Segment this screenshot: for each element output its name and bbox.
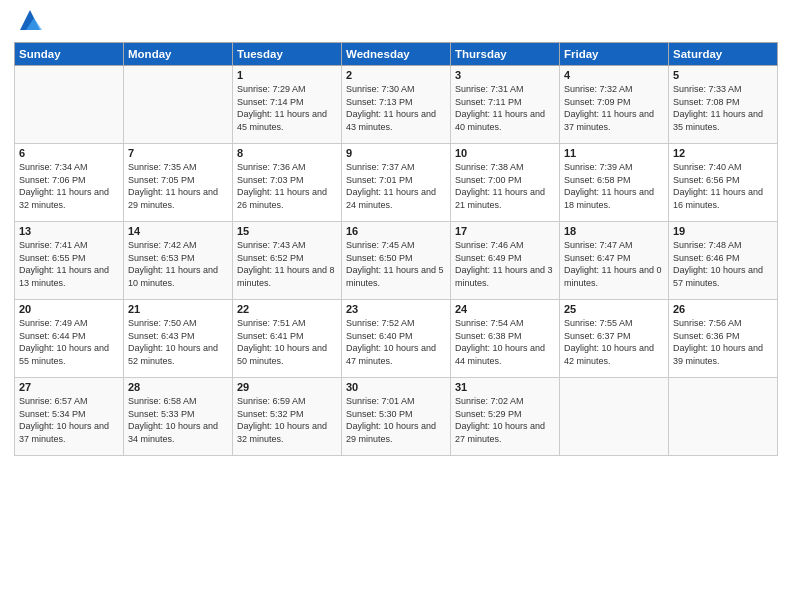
day-info: Sunrise: 7:48 AM Sunset: 6:46 PM Dayligh… bbox=[673, 239, 773, 289]
day-info: Sunrise: 7:01 AM Sunset: 5:30 PM Dayligh… bbox=[346, 395, 446, 445]
day-header-monday: Monday bbox=[124, 43, 233, 66]
day-info: Sunrise: 7:32 AM Sunset: 7:09 PM Dayligh… bbox=[564, 83, 664, 133]
day-cell: 17Sunrise: 7:46 AM Sunset: 6:49 PM Dayli… bbox=[451, 222, 560, 300]
day-info: Sunrise: 7:43 AM Sunset: 6:52 PM Dayligh… bbox=[237, 239, 337, 289]
day-info: Sunrise: 7:46 AM Sunset: 6:49 PM Dayligh… bbox=[455, 239, 555, 289]
day-info: Sunrise: 7:33 AM Sunset: 7:08 PM Dayligh… bbox=[673, 83, 773, 133]
day-info: Sunrise: 7:42 AM Sunset: 6:53 PM Dayligh… bbox=[128, 239, 228, 289]
day-number: 9 bbox=[346, 147, 446, 159]
day-number: 1 bbox=[237, 69, 337, 81]
day-number: 8 bbox=[237, 147, 337, 159]
day-number: 23 bbox=[346, 303, 446, 315]
day-number: 28 bbox=[128, 381, 228, 393]
day-header-friday: Friday bbox=[560, 43, 669, 66]
day-cell: 16Sunrise: 7:45 AM Sunset: 6:50 PM Dayli… bbox=[342, 222, 451, 300]
day-cell: 9Sunrise: 7:37 AM Sunset: 7:01 PM Daylig… bbox=[342, 144, 451, 222]
day-cell: 8Sunrise: 7:36 AM Sunset: 7:03 PM Daylig… bbox=[233, 144, 342, 222]
day-info: Sunrise: 7:47 AM Sunset: 6:47 PM Dayligh… bbox=[564, 239, 664, 289]
day-cell: 25Sunrise: 7:55 AM Sunset: 6:37 PM Dayli… bbox=[560, 300, 669, 378]
day-header-thursday: Thursday bbox=[451, 43, 560, 66]
day-cell: 24Sunrise: 7:54 AM Sunset: 6:38 PM Dayli… bbox=[451, 300, 560, 378]
day-info: Sunrise: 7:54 AM Sunset: 6:38 PM Dayligh… bbox=[455, 317, 555, 367]
day-info: Sunrise: 7:30 AM Sunset: 7:13 PM Dayligh… bbox=[346, 83, 446, 133]
day-number: 22 bbox=[237, 303, 337, 315]
day-number: 12 bbox=[673, 147, 773, 159]
day-number: 30 bbox=[346, 381, 446, 393]
day-info: Sunrise: 6:58 AM Sunset: 5:33 PM Dayligh… bbox=[128, 395, 228, 445]
day-info: Sunrise: 7:29 AM Sunset: 7:14 PM Dayligh… bbox=[237, 83, 337, 133]
day-cell: 26Sunrise: 7:56 AM Sunset: 6:36 PM Dayli… bbox=[669, 300, 778, 378]
day-number: 18 bbox=[564, 225, 664, 237]
day-info: Sunrise: 7:52 AM Sunset: 6:40 PM Dayligh… bbox=[346, 317, 446, 367]
day-info: Sunrise: 6:59 AM Sunset: 5:32 PM Dayligh… bbox=[237, 395, 337, 445]
day-info: Sunrise: 7:37 AM Sunset: 7:01 PM Dayligh… bbox=[346, 161, 446, 211]
day-cell: 1Sunrise: 7:29 AM Sunset: 7:14 PM Daylig… bbox=[233, 66, 342, 144]
day-number: 25 bbox=[564, 303, 664, 315]
logo bbox=[14, 10, 44, 34]
day-info: Sunrise: 7:31 AM Sunset: 7:11 PM Dayligh… bbox=[455, 83, 555, 133]
day-cell: 28Sunrise: 6:58 AM Sunset: 5:33 PM Dayli… bbox=[124, 378, 233, 456]
day-cell: 30Sunrise: 7:01 AM Sunset: 5:30 PM Dayli… bbox=[342, 378, 451, 456]
day-cell: 5Sunrise: 7:33 AM Sunset: 7:08 PM Daylig… bbox=[669, 66, 778, 144]
day-cell: 10Sunrise: 7:38 AM Sunset: 7:00 PM Dayli… bbox=[451, 144, 560, 222]
day-cell: 6Sunrise: 7:34 AM Sunset: 7:06 PM Daylig… bbox=[15, 144, 124, 222]
day-cell: 19Sunrise: 7:48 AM Sunset: 6:46 PM Dayli… bbox=[669, 222, 778, 300]
day-info: Sunrise: 7:35 AM Sunset: 7:05 PM Dayligh… bbox=[128, 161, 228, 211]
day-cell: 23Sunrise: 7:52 AM Sunset: 6:40 PM Dayli… bbox=[342, 300, 451, 378]
day-info: Sunrise: 6:57 AM Sunset: 5:34 PM Dayligh… bbox=[19, 395, 119, 445]
day-info: Sunrise: 7:51 AM Sunset: 6:41 PM Dayligh… bbox=[237, 317, 337, 367]
day-info: Sunrise: 7:34 AM Sunset: 7:06 PM Dayligh… bbox=[19, 161, 119, 211]
day-info: Sunrise: 7:50 AM Sunset: 6:43 PM Dayligh… bbox=[128, 317, 228, 367]
day-info: Sunrise: 7:38 AM Sunset: 7:00 PM Dayligh… bbox=[455, 161, 555, 211]
day-number: 15 bbox=[237, 225, 337, 237]
day-info: Sunrise: 7:49 AM Sunset: 6:44 PM Dayligh… bbox=[19, 317, 119, 367]
day-cell bbox=[124, 66, 233, 144]
day-info: Sunrise: 7:39 AM Sunset: 6:58 PM Dayligh… bbox=[564, 161, 664, 211]
day-number: 3 bbox=[455, 69, 555, 81]
day-cell: 29Sunrise: 6:59 AM Sunset: 5:32 PM Dayli… bbox=[233, 378, 342, 456]
day-info: Sunrise: 7:40 AM Sunset: 6:56 PM Dayligh… bbox=[673, 161, 773, 211]
day-cell: 13Sunrise: 7:41 AM Sunset: 6:55 PM Dayli… bbox=[15, 222, 124, 300]
day-number: 24 bbox=[455, 303, 555, 315]
day-cell: 14Sunrise: 7:42 AM Sunset: 6:53 PM Dayli… bbox=[124, 222, 233, 300]
day-info: Sunrise: 7:41 AM Sunset: 6:55 PM Dayligh… bbox=[19, 239, 119, 289]
day-number: 31 bbox=[455, 381, 555, 393]
day-info: Sunrise: 7:36 AM Sunset: 7:03 PM Dayligh… bbox=[237, 161, 337, 211]
day-info: Sunrise: 7:02 AM Sunset: 5:29 PM Dayligh… bbox=[455, 395, 555, 445]
day-number: 19 bbox=[673, 225, 773, 237]
day-cell: 21Sunrise: 7:50 AM Sunset: 6:43 PM Dayli… bbox=[124, 300, 233, 378]
day-cell: 3Sunrise: 7:31 AM Sunset: 7:11 PM Daylig… bbox=[451, 66, 560, 144]
day-number: 7 bbox=[128, 147, 228, 159]
day-cell: 12Sunrise: 7:40 AM Sunset: 6:56 PM Dayli… bbox=[669, 144, 778, 222]
day-cell: 7Sunrise: 7:35 AM Sunset: 7:05 PM Daylig… bbox=[124, 144, 233, 222]
day-number: 2 bbox=[346, 69, 446, 81]
day-cell: 15Sunrise: 7:43 AM Sunset: 6:52 PM Dayli… bbox=[233, 222, 342, 300]
calendar-table: SundayMondayTuesdayWednesdayThursdayFrid… bbox=[14, 42, 778, 456]
week-row-4: 20Sunrise: 7:49 AM Sunset: 6:44 PM Dayli… bbox=[15, 300, 778, 378]
day-info: Sunrise: 7:55 AM Sunset: 6:37 PM Dayligh… bbox=[564, 317, 664, 367]
page: SundayMondayTuesdayWednesdayThursdayFrid… bbox=[0, 0, 792, 612]
day-header-tuesday: Tuesday bbox=[233, 43, 342, 66]
day-number: 16 bbox=[346, 225, 446, 237]
day-header-saturday: Saturday bbox=[669, 43, 778, 66]
day-cell: 20Sunrise: 7:49 AM Sunset: 6:44 PM Dayli… bbox=[15, 300, 124, 378]
week-row-1: 1Sunrise: 7:29 AM Sunset: 7:14 PM Daylig… bbox=[15, 66, 778, 144]
day-cell bbox=[669, 378, 778, 456]
day-number: 5 bbox=[673, 69, 773, 81]
day-info: Sunrise: 7:56 AM Sunset: 6:36 PM Dayligh… bbox=[673, 317, 773, 367]
day-number: 20 bbox=[19, 303, 119, 315]
day-number: 14 bbox=[128, 225, 228, 237]
week-row-3: 13Sunrise: 7:41 AM Sunset: 6:55 PM Dayli… bbox=[15, 222, 778, 300]
day-cell: 22Sunrise: 7:51 AM Sunset: 6:41 PM Dayli… bbox=[233, 300, 342, 378]
header bbox=[14, 10, 778, 34]
day-cell: 2Sunrise: 7:30 AM Sunset: 7:13 PM Daylig… bbox=[342, 66, 451, 144]
day-number: 27 bbox=[19, 381, 119, 393]
day-number: 11 bbox=[564, 147, 664, 159]
day-cell bbox=[15, 66, 124, 144]
day-cell: 18Sunrise: 7:47 AM Sunset: 6:47 PM Dayli… bbox=[560, 222, 669, 300]
day-header-sunday: Sunday bbox=[15, 43, 124, 66]
day-number: 29 bbox=[237, 381, 337, 393]
week-row-5: 27Sunrise: 6:57 AM Sunset: 5:34 PM Dayli… bbox=[15, 378, 778, 456]
day-info: Sunrise: 7:45 AM Sunset: 6:50 PM Dayligh… bbox=[346, 239, 446, 289]
day-number: 26 bbox=[673, 303, 773, 315]
